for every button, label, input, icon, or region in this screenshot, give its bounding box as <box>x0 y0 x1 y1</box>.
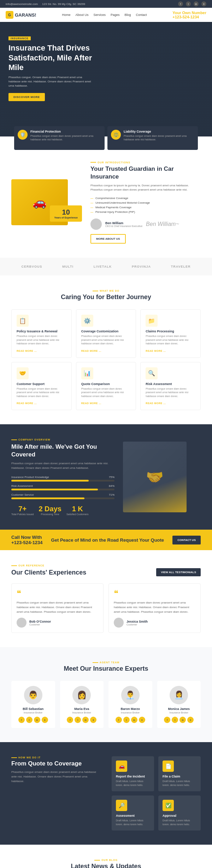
team-maria-avatar: 👩 <box>72 686 91 704</box>
step-file-icon: 📄 <box>163 761 174 772</box>
team-grid: 👨 Bill Sebastian Insurance Broker f t in… <box>11 681 201 728</box>
author-row: Ben William CEO & Chief Insurance Execut… <box>90 219 201 230</box>
step-report-desc: Draft hilluis. Lorem hilluis lorem. demo… <box>116 780 150 787</box>
team-monica-socials: f t in li <box>162 717 196 723</box>
team-maria-socials: f t in li <box>65 717 99 723</box>
service-coverage-desc: Phasellus congue ornare diam donec praes… <box>81 334 131 346</box>
service-risk: 🔍 Risk Assessment Phasellus congue ornar… <box>140 362 201 410</box>
cta-contact-button[interactable]: CONTACT US <box>172 536 201 544</box>
stat-customers-num: 1 K <box>66 505 89 513</box>
team-baron-tw[interactable]: t <box>123 717 130 723</box>
nav-links: Home About Us Services Pages Blog Contac… <box>62 13 147 17</box>
testimonial-2-author: Jessica Smith Customer <box>114 618 195 628</box>
team-baron-fb[interactable]: f <box>116 717 122 723</box>
service-quote-link[interactable]: READ MORE ... <box>81 402 101 404</box>
author-title: CEO & Chief Insurance Executive <box>105 225 142 227</box>
how-description: Phasellus congue ornare diam donec praes… <box>11 770 100 783</box>
team-bill-fb[interactable]: f <box>18 717 25 723</box>
team-maria-li[interactable]: li <box>90 717 96 723</box>
testimonials-cta-button[interactable]: VIEW ALL TESTIMONIALS <box>156 568 201 576</box>
top-bar: info@awesomeinsite.com 123 Str. No. 99 M… <box>0 0 212 8</box>
top-bar-right: f t in li <box>178 1 206 6</box>
step-report-icon: 🚗 <box>116 761 127 772</box>
stat-policies-num: 7+ <box>11 505 34 513</box>
topbar-email: info@awesomeinsite.com <box>6 2 38 6</box>
progress-service: Customer Service 71% <box>11 493 114 499</box>
services-header: WHAT WE DO Caring You for Better Journey <box>11 290 201 301</box>
team-monica-fb[interactable]: f <box>164 717 170 723</box>
service-claims-link[interactable]: READ MORE ... <box>146 350 166 352</box>
service-risk-link[interactable]: READ MORE ... <box>146 402 166 404</box>
stat-processing: 2 Days Processing Time <box>39 505 61 515</box>
testimonial-1-text: Phasellus congue ornare diam donec praes… <box>17 601 98 614</box>
nav-services[interactable]: Services <box>93 13 106 17</box>
step-assessment-desc: Draft hilluis. Lorem hilluis lorem. demo… <box>116 819 150 826</box>
team-baron-in[interactable]: in <box>131 717 137 723</box>
progress-knowledge: Insurance Product Knowledge 75% <box>11 476 114 482</box>
stat-policies-label: Total Policies Issued <box>11 513 34 515</box>
policy-icon: 📋 <box>17 315 29 327</box>
progress-service-label: Customer Service <box>11 493 34 496</box>
hero-card-liability-content: Liability Coverage Phasellus congue orna… <box>124 130 194 146</box>
services-tag: WHAT WE DO <box>11 290 201 292</box>
step-file-desc: Draft hilluis. Lorem hilluis lorem. demo… <box>163 780 196 787</box>
cta-phone-number: +123-524-1234 <box>11 540 43 545</box>
about-cta-button[interactable]: MORE ABOUT US <box>90 234 126 244</box>
team-maria-fb[interactable]: f <box>67 717 73 723</box>
service-support-link[interactable]: READ MORE ... <box>17 402 37 404</box>
team-monica-li[interactable]: li <box>187 717 194 723</box>
hero-section: Insurance Insurance That Drives Satisfac… <box>0 22 212 136</box>
facebook-icon[interactable]: f <box>178 1 183 6</box>
nav-contact[interactable]: Contact <box>136 13 147 17</box>
step-assessment: 🔎 Assessment Draft hilluis. Lorem hillui… <box>112 796 154 831</box>
testimonial-1-info: Bob O'Connor Customer <box>29 620 51 626</box>
testimonials-heading: Our Clients' Experiences <box>11 569 86 576</box>
team-maria-in[interactable]: in <box>82 717 89 723</box>
hero-card-financial-title: Financial Protection <box>30 130 101 133</box>
hero-cta-button[interactable]: DISCOVER MORE <box>8 93 45 101</box>
step-approval-title: Approval <box>163 814 196 817</box>
about-images: 🚗 10 Years of Experience <box>11 179 82 225</box>
testimonial-2-info: Jessica Smith Customer <box>126 620 148 626</box>
step-file-title: File a Claim <box>163 775 196 778</box>
author-info: Ben William CEO & Chief Insurance Execut… <box>105 221 142 227</box>
team-bill-li[interactable]: li <box>42 717 48 723</box>
team-bill-in[interactable]: in <box>34 717 40 723</box>
step-report-title: Report the Incident <box>116 775 150 778</box>
hero-heading: Insurance That Drives Satisfaction, Mile… <box>8 43 107 72</box>
services-grid: 📋 Policy Issuance & Renewal Phasellus co… <box>11 309 201 410</box>
team-bill-tw[interactable]: t <box>26 717 33 723</box>
service-coverage: ⚙️ Coverage Customization Phasellus cong… <box>76 309 136 358</box>
nav-blog[interactable]: Blog <box>124 13 131 17</box>
nav-home[interactable]: Home <box>62 13 70 17</box>
steps-grid: 🚗 Report the Incident Draft hilluis. Lor… <box>112 756 201 831</box>
about-heading: Your Trusted Guardian in Car Insurance <box>90 165 201 181</box>
service-quote-desc: Phasellus congue ornare diam donec praes… <box>81 387 131 398</box>
team-tag: AGENT TEAM <box>11 661 201 664</box>
company-tag: COMPANY OVERVIEW <box>11 438 114 441</box>
team-maria-tw[interactable]: t <box>75 717 81 723</box>
company-image: 🤝 <box>123 442 187 512</box>
nav-pages[interactable]: Pages <box>111 13 120 17</box>
how-left: HOW WE DO IT From Quote to Coverage Phas… <box>11 756 100 831</box>
step-assessment-icon: 🔎 <box>116 800 127 811</box>
service-coverage-link[interactable]: READ MORE ... <box>81 350 101 352</box>
team-bill-name: Bill Sebastian <box>16 707 50 711</box>
team-baron-li[interactable]: li <box>139 717 145 723</box>
instagram-icon[interactable]: in <box>194 1 199 6</box>
top-bar-left: info@awesomeinsite.com 123 Str. No. 99 M… <box>6 2 85 6</box>
news-section: OUR BLOG Latest News & Updates Lorem ips… <box>0 845 212 868</box>
team-monica-tw[interactable]: t <box>172 717 178 723</box>
company-description: Phasellus congue ornare diam donec praes… <box>11 461 114 471</box>
nav-about[interactable]: About Us <box>75 13 88 17</box>
claims-icon: 📁 <box>146 315 158 327</box>
linkedin-icon[interactable]: li <box>201 1 206 6</box>
services-section: WHAT WE DO Caring You for Better Journey… <box>0 275 212 424</box>
service-quote: 📊 Quote Comparison Phasellus congue orna… <box>76 362 136 410</box>
team-monica-in[interactable]: in <box>179 717 186 723</box>
twitter-icon[interactable]: t <box>186 1 191 6</box>
team-baron-name: Baron Marzo <box>113 707 147 711</box>
service-policy-link[interactable]: READ MORE ... <box>17 350 37 352</box>
hero-card-financial-content: Financial Protection Phasellus congue or… <box>30 130 101 146</box>
cta-phone: Call Now With +123-524-1234 <box>11 535 43 545</box>
